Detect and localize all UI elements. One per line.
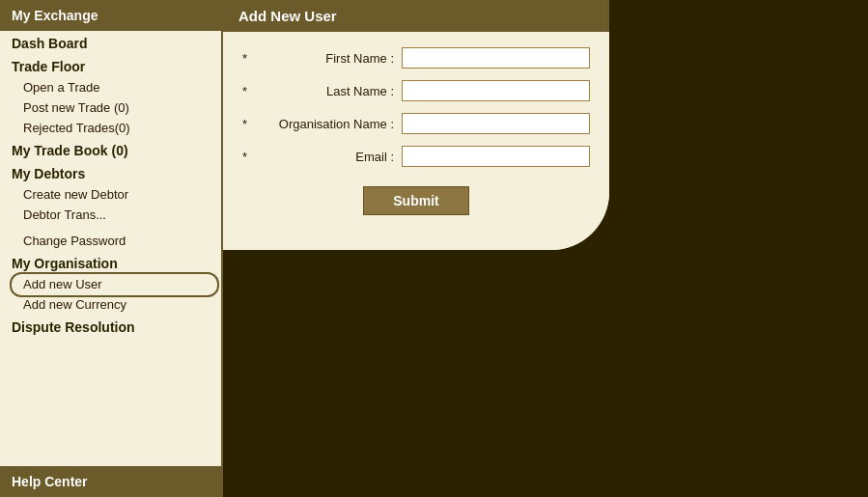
sidebar-section-my-debtors: My Debtors	[0, 161, 221, 184]
form-row-email: * Email :	[242, 146, 590, 167]
input-email[interactable]	[402, 146, 590, 167]
sidebar-item-debtor-trans[interactable]: Debtor Trans...	[0, 205, 221, 225]
sidebar-item-open-trade[interactable]: Open a Trade	[0, 77, 221, 97]
form-title: Add New User	[223, 0, 609, 32]
submit-row: Submit	[242, 179, 590, 231]
submit-button[interactable]: Submit	[363, 186, 468, 215]
input-first-name[interactable]	[402, 47, 590, 69]
required-star-last-name: *	[242, 84, 247, 98]
form-body: * First Name : * Last Name : * Organisat…	[223, 32, 609, 250]
sidebar-item-create-debtor[interactable]: Create new Debtor	[0, 184, 221, 205]
sidebar-item-rejected-trades[interactable]: Rejected Trades(0)	[0, 118, 221, 138]
sidebar-section-my-organisation: My Organisation	[0, 251, 221, 274]
sidebar-item-add-new-user[interactable]: Add new User	[0, 274, 221, 294]
label-first-name: First Name :	[251, 51, 402, 66]
form-row-first-name: * First Name :	[242, 47, 590, 69]
sidebar-item-dashboard[interactable]: Dash Board	[0, 31, 221, 54]
sidebar-item-change-password[interactable]: Change Password	[0, 231, 221, 251]
main-content: Add New User * First Name : * Last Name …	[223, 0, 868, 497]
required-star-email: *	[242, 150, 247, 164]
input-last-name[interactable]	[402, 80, 590, 101]
sidebar-item-add-new-currency[interactable]: Add new Currency	[0, 294, 221, 315]
label-org-name: Organisation Name :	[251, 117, 402, 131]
label-last-name: Last Name :	[251, 84, 402, 98]
required-star-first-name: *	[242, 51, 247, 66]
sidebar-section-trade-floor: Trade Floor	[0, 54, 221, 77]
form-row-last-name: * Last Name :	[242, 80, 590, 101]
form-panel: Add New User * First Name : * Last Name …	[223, 0, 609, 250]
sidebar-item-post-new-trade[interactable]: Post new Trade (0)	[0, 97, 221, 118]
sidebar-footer: Help Center	[0, 466, 221, 497]
sidebar-header: My Exchange	[0, 0, 221, 31]
sidebar-section-dispute-resolution: Dispute Resolution	[0, 315, 221, 338]
required-star-org-name: *	[242, 117, 247, 131]
sidebar: My Exchange Dash Board Trade Floor Open …	[0, 0, 223, 497]
label-email: Email :	[251, 150, 402, 164]
sidebar-item-my-trade-book[interactable]: My Trade Book (0)	[0, 138, 221, 161]
input-org-name[interactable]	[402, 113, 590, 134]
form-row-org-name: * Organisation Name :	[242, 113, 590, 134]
